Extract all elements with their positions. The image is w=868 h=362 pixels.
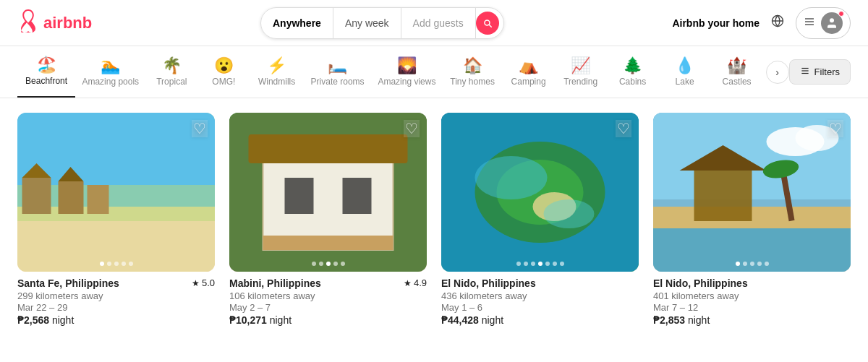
svg-rect-19 bbox=[249, 134, 408, 163]
amazing-views-icon: 🌄 bbox=[397, 58, 417, 74]
wishlist-button-1[interactable]: ♡ bbox=[192, 120, 208, 137]
listing-rating-1: ★ 5.0 bbox=[192, 277, 215, 288]
category-beachfront[interactable]: 🏖️ Beachfront bbox=[17, 46, 75, 98]
svg-rect-17 bbox=[263, 149, 393, 250]
listing-card-2[interactable]: ♡ Mabini, Philippines ★ 4.9 106 kilomete… bbox=[229, 113, 427, 326]
category-cabins[interactable]: 🌲 Cabins bbox=[607, 46, 659, 98]
image-dots-4 bbox=[736, 262, 769, 266]
svg-rect-20 bbox=[285, 178, 314, 214]
listing-image-2: ♡ bbox=[229, 113, 427, 272]
svg-rect-35 bbox=[694, 163, 752, 221]
svg-point-28 bbox=[544, 199, 595, 228]
listing-distance-4: 401 kilometers away bbox=[653, 290, 851, 301]
svg-rect-13 bbox=[59, 181, 84, 214]
star-icon-1: ★ bbox=[192, 278, 200, 288]
omg-icon: 😮 bbox=[214, 58, 234, 74]
nav-forward-arrow[interactable]: › bbox=[766, 61, 789, 84]
camping-icon: ⛺ bbox=[519, 58, 538, 74]
category-trending[interactable]: 📈 Trending bbox=[555, 46, 607, 98]
filters-label: Filters bbox=[814, 66, 840, 77]
search-week[interactable]: Any week bbox=[333, 8, 401, 38]
listing-dates-2: May 2 – 7 bbox=[229, 302, 427, 313]
listing-location-1: Santa Fe, Philippines bbox=[17, 277, 119, 289]
wishlist-button-2[interactable]: ♡ bbox=[404, 120, 420, 137]
svg-point-4 bbox=[830, 18, 834, 22]
svg-rect-11 bbox=[22, 178, 51, 214]
wishlist-button-3[interactable]: ♡ bbox=[616, 120, 631, 137]
tropical-icon: 🌴 bbox=[162, 58, 182, 74]
search-button[interactable] bbox=[476, 12, 499, 35]
header-right: Airbnb your home bbox=[672, 7, 851, 39]
filter-icon bbox=[800, 66, 810, 78]
listing-price-1: ₱2,568 night bbox=[17, 314, 215, 326]
category-castles[interactable]: 🏰 Castles bbox=[711, 46, 763, 98]
search-guests[interactable]: Add guests bbox=[401, 8, 476, 38]
avatar bbox=[821, 12, 843, 34]
castles-icon: 🏰 bbox=[727, 58, 746, 74]
category-omg[interactable]: 😮 OMG! bbox=[197, 46, 250, 98]
svg-rect-21 bbox=[343, 178, 372, 214]
lake-icon: 💧 bbox=[675, 58, 694, 74]
listings-grid: ♡ Santa Fe, Philippines ★ 5.0 299 kilome… bbox=[0, 98, 868, 340]
listing-distance-1: 299 kilometers away bbox=[17, 290, 215, 301]
image-dots-3 bbox=[516, 262, 564, 266]
listing-price-2: ₱10,271 night bbox=[229, 314, 427, 326]
trending-icon: 📈 bbox=[571, 58, 590, 74]
host-link[interactable]: Airbnb your home bbox=[672, 17, 760, 29]
listing-card-4[interactable]: ♡ El Nido, Philippines 401 kilometers aw… bbox=[653, 113, 851, 326]
image-dots-1 bbox=[100, 262, 133, 266]
notification-dot bbox=[838, 11, 844, 17]
globe-icon[interactable] bbox=[771, 14, 784, 31]
listing-card-1[interactable]: ♡ Santa Fe, Philippines ★ 5.0 299 kilome… bbox=[17, 113, 215, 326]
cabins-icon: 🌲 bbox=[623, 58, 642, 74]
listing-info-3: El Nido, Philippines 436 kilometers away… bbox=[441, 272, 639, 326]
listing-dates-1: Mar 22 – 29 bbox=[17, 302, 215, 313]
listing-dates-4: Mar 7 – 12 bbox=[653, 302, 851, 313]
beachfront-icon: 🏖️ bbox=[37, 57, 56, 73]
listing-info-4: El Nido, Philippines 401 kilometers away… bbox=[653, 272, 851, 326]
filters-button[interactable]: Filters bbox=[789, 59, 851, 85]
listing-rating-2: ★ 4.9 bbox=[404, 277, 427, 288]
listing-location-3: El Nido, Philippines bbox=[441, 277, 536, 289]
category-windmills[interactable]: ⚡ Windmills bbox=[250, 46, 304, 98]
listing-distance-3: 436 kilometers away bbox=[441, 290, 639, 301]
header: airbnb Anywhere Any week Add guests Airb… bbox=[0, 0, 868, 46]
listing-location-4: El Nido, Philippines bbox=[653, 277, 748, 289]
category-amazing-views[interactable]: 🌄 Amazing views bbox=[371, 46, 442, 98]
listing-image-4: ♡ bbox=[653, 113, 851, 272]
listing-location-2: Mabini, Philippines bbox=[229, 277, 321, 289]
category-nav: 🏖️ Beachfront 🏊 Amazing pools 🌴 Tropical… bbox=[0, 46, 868, 98]
category-camping[interactable]: ⛺ Camping bbox=[503, 46, 555, 98]
category-tropical[interactable]: 🌴 Tropical bbox=[145, 46, 197, 98]
logo[interactable]: airbnb bbox=[17, 9, 92, 37]
category-private-rooms[interactable]: 🛏️ Private rooms bbox=[304, 46, 371, 98]
user-menu[interactable] bbox=[796, 7, 851, 39]
listing-image-3: ♡ bbox=[441, 113, 639, 272]
listing-card-3[interactable]: ♡ El Nido, Philippines 436 kilometers aw… bbox=[441, 113, 639, 326]
private-rooms-icon: 🛏️ bbox=[328, 58, 347, 74]
listing-price-4: ₱2,853 night bbox=[653, 314, 851, 326]
svg-rect-22 bbox=[263, 236, 393, 250]
category-amazing-pools[interactable]: 🏊 Amazing pools bbox=[75, 46, 145, 98]
listing-image-1: ♡ bbox=[17, 113, 215, 272]
logo-text: airbnb bbox=[43, 14, 92, 33]
tiny-homes-icon: 🏠 bbox=[463, 58, 482, 74]
hamburger-icon bbox=[804, 16, 815, 30]
category-lake[interactable]: 💧 Lake bbox=[659, 46, 711, 98]
pools-icon: 🏊 bbox=[101, 58, 120, 74]
listing-dates-3: May 1 – 6 bbox=[441, 302, 639, 313]
svg-point-27 bbox=[475, 156, 548, 199]
listing-info-2: Mabini, Philippines ★ 4.9 106 kilometers… bbox=[229, 272, 427, 326]
svg-rect-15 bbox=[88, 185, 109, 214]
airbnb-logo-icon bbox=[17, 9, 39, 37]
windmills-icon: ⚡ bbox=[267, 58, 286, 74]
search-anywhere[interactable]: Anywhere bbox=[261, 8, 333, 38]
star-icon-2: ★ bbox=[404, 278, 412, 288]
image-dots-2 bbox=[312, 262, 345, 266]
wishlist-button-4[interactable]: ♡ bbox=[827, 120, 843, 137]
search-bar: Anywhere Any week Add guests bbox=[260, 7, 504, 39]
listing-info-1: Santa Fe, Philippines ★ 5.0 299 kilomete… bbox=[17, 272, 215, 326]
category-tiny-homes[interactable]: 🏠 Tiny homes bbox=[443, 46, 503, 98]
listing-distance-2: 106 kilometers away bbox=[229, 290, 427, 301]
listing-price-3: ₱44,428 night bbox=[441, 314, 639, 326]
